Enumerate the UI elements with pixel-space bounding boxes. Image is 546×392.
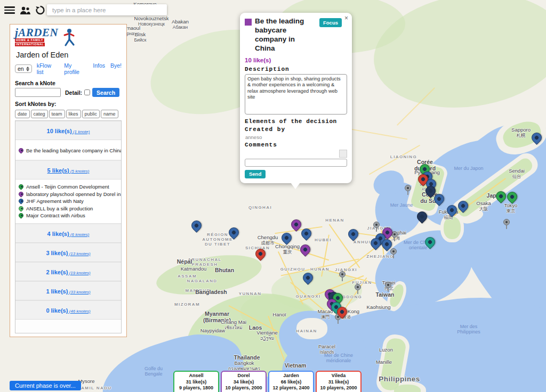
knote-item[interactable]: Ansell - Teijin Common Development <box>18 184 119 190</box>
nav-link-bye-[interactable]: Bye! <box>110 62 122 75</box>
phase-button[interactable]: Current phase is over... <box>10 381 81 390</box>
knote-group-header[interactable]: 4 like(s) (6 knotes) <box>15 224 121 243</box>
nav-link-infos[interactable]: Infos <box>93 62 105 75</box>
map-marker-blue[interactable] <box>228 227 239 240</box>
nav-link-my-profile[interactable]: My profile <box>64 62 87 75</box>
team-card-jarden[interactable]: Jarden66 like(s)12 players, 2400 kFuel <box>268 371 314 392</box>
group-icon[interactable] <box>20 5 30 15</box>
knote-item-label: Major Contract with Airbus <box>26 213 85 218</box>
knote-item[interactable]: Be the leading babycare company in China <box>18 148 122 153</box>
map-label: Mer Jaune <box>390 202 413 208</box>
knote-item[interactable]: ANSELL buy a silk production <box>18 206 119 211</box>
nav-link-kflow-list[interactable]: kFlow list <box>37 62 59 75</box>
knote-item[interactable]: JHF Agreement with Naty <box>18 198 119 204</box>
map-marker-public[interactable] <box>404 185 412 195</box>
knote-group-header[interactable]: 10 like(s) (1 knote) <box>15 121 121 140</box>
map-label: Bangladesh <box>195 289 227 295</box>
team-card-ansell[interactable]: Ansell31 like(s)9 players, 1800 kFuel <box>173 371 219 392</box>
map-marker-green[interactable] <box>495 191 506 203</box>
map-marker-blue[interactable] <box>302 273 313 285</box>
knote-pin-icon <box>18 212 25 219</box>
group-knote-count: (33 knotes) <box>68 290 90 295</box>
search-knote-label: Search a kNote <box>15 80 122 86</box>
map-label: LIAONING <box>390 154 417 159</box>
map-label: Vientianeວຽງຈັນ <box>256 330 277 341</box>
knote-item[interactable]: laboratory playschool openned by Dorel i… <box>18 191 119 197</box>
team-card-vileda[interactable]: Vileda31 like(s)10 players, 2000 kFuel <box>316 371 362 392</box>
map-marker-purple[interactable] <box>291 219 301 232</box>
map-label: TAMIL NADU <box>78 386 111 390</box>
group-likes-link[interactable]: 4 like(s) <box>47 231 69 237</box>
map-marker-green[interactable] <box>507 192 517 204</box>
map-marker-public[interactable] <box>354 284 362 295</box>
team-likes: 31 like(s) <box>317 379 360 386</box>
team-card-dorel[interactable]: Dorel34 like(s)10 players, 2000 kFuel <box>221 371 267 392</box>
map-marker-blue[interactable] <box>457 201 468 213</box>
map-marker-blue[interactable] <box>433 194 444 206</box>
logo-person-icon <box>60 28 76 47</box>
detail-checkbox[interactable] <box>84 89 90 95</box>
send-button[interactable]: Send <box>245 170 266 178</box>
map-label: Sapporo札幌 <box>511 127 531 138</box>
close-icon[interactable]: × <box>344 15 348 21</box>
knote-group-header[interactable]: 5 like(s) (5 knotes) <box>15 160 121 179</box>
map-marker-blue[interactable] <box>191 220 202 233</box>
map-marker-purple[interactable] <box>300 244 310 257</box>
sort-btn-name[interactable]: name <box>101 110 118 118</box>
map-marker-blue[interactable] <box>348 229 358 241</box>
back-arrow-icon[interactable] <box>35 5 46 15</box>
map-marker-public[interactable] <box>503 219 510 230</box>
map-marker-blue[interactable] <box>381 239 392 251</box>
map-label: Philippines <box>379 375 420 383</box>
map-marker-dark[interactable] <box>416 211 427 224</box>
map-label: Golfe duBengale <box>144 366 163 377</box>
map-marker-public[interactable] <box>339 271 346 282</box>
group-likes-link[interactable]: 0 like(s) <box>46 307 68 314</box>
popup-likes: 10 like(s) <box>245 57 347 63</box>
sidebar-nav: kFlow listMy profileInfosBye! <box>37 62 122 75</box>
map-label: HUNAN <box>310 267 330 272</box>
menu-icon[interactable] <box>4 5 15 15</box>
sort-btn-public[interactable]: public <box>82 110 100 118</box>
group-likes-link[interactable]: 1 like(s) <box>46 288 68 295</box>
knote-item[interactable]: Major Contract with Airbus <box>18 213 119 218</box>
map-label: Naypyidaw <box>200 328 225 334</box>
map-marker-public[interactable] <box>373 222 380 232</box>
map-marker-blue[interactable] <box>446 205 457 217</box>
knote-group-header[interactable]: 1 like(s) (33 knotes) <box>15 281 121 300</box>
comment-input[interactable] <box>245 159 347 167</box>
knote-item-label: Be the leading babycare company in China <box>26 148 122 153</box>
map-marker-blue[interactable] <box>281 233 292 245</box>
map-marker-blue[interactable] <box>301 228 311 241</box>
group-likes-link[interactable]: 5 like(s) <box>47 167 69 174</box>
sort-btn-likes[interactable]: likes <box>66 110 81 118</box>
map-label: Bhutan <box>215 267 234 273</box>
place-search-box[interactable] <box>47 4 167 15</box>
sort-btn-categ[interactable]: categ <box>31 110 48 118</box>
sort-btn-date[interactable]: date <box>15 110 30 118</box>
map-marker-blue[interactable] <box>531 133 542 145</box>
focus-button[interactable]: Focus <box>319 18 342 27</box>
knote-search-input[interactable] <box>15 88 61 97</box>
comments-handle <box>339 150 347 158</box>
map-marker-red[interactable] <box>336 307 347 319</box>
knote-group-header[interactable]: 0 like(s) (46 knotes) <box>15 300 121 320</box>
map-marker-teal[interactable] <box>424 237 435 249</box>
knote-search-button[interactable]: Search <box>92 88 119 97</box>
knote-group-header[interactable]: 2 like(s) (19 knotes) <box>15 262 121 281</box>
group-knote-count: (6 knotes) <box>69 232 90 237</box>
description-textarea[interactable]: Open baby shop in shop, sharing products… <box>245 74 347 115</box>
group-likes-link[interactable]: 2 like(s) <box>46 269 68 275</box>
map-label: ASSAM <box>178 274 197 279</box>
logo-line1: HOME & FAMILY <box>15 38 44 42</box>
language-select[interactable]: en <box>15 64 32 73</box>
group-likes-link[interactable]: 3 like(s) <box>46 250 68 256</box>
sidebar-panel: jARDEN HOME & FAMILY INTERNATIONAL Jarde… <box>10 24 127 337</box>
map-marker-public[interactable] <box>384 282 392 292</box>
knote-group-header[interactable]: 3 like(s) (13 knotes) <box>15 243 121 262</box>
map-marker-blue[interactable] <box>370 238 381 250</box>
sort-btn-team[interactable]: team <box>49 110 65 118</box>
place-search-input[interactable] <box>47 7 167 13</box>
group-likes-link[interactable]: 10 like(s) <box>47 128 72 134</box>
map-marker-red[interactable] <box>255 249 266 261</box>
